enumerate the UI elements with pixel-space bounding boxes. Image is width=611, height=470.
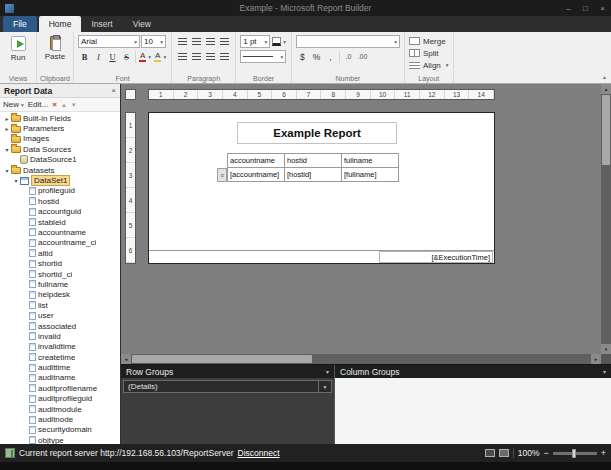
percent-button[interactable]: % [310, 50, 323, 63]
scroll-right-icon[interactable]: ▸ [591, 354, 601, 364]
tree-item-auditmodule[interactable]: auditmodule [0, 404, 120, 414]
tree-item-hostid[interactable]: hostid [0, 196, 120, 206]
run-view-icon[interactable] [499, 449, 509, 457]
horizontal-scrollbar-thumb[interactable] [132, 355, 312, 363]
align-button[interactable]: Align ▾ [409, 59, 449, 71]
decrease-decimals-button[interactable]: .00 [356, 50, 369, 63]
tree-item-shortid-ci[interactable]: shortid_ci [0, 269, 120, 279]
border-color-button[interactable]: ▾ [271, 35, 287, 48]
split-button[interactable]: Split [409, 47, 449, 59]
bold-button[interactable]: B [78, 50, 91, 63]
execution-time-textbox[interactable]: [&ExecutionTime] [379, 251, 493, 263]
font-size-select[interactable]: 10 ▾ [141, 35, 166, 48]
tree-item-helpdesk[interactable]: helpdesk [0, 290, 120, 300]
expand-arrow-icon[interactable]: ▸ [3, 115, 11, 122]
tree-item-stableid[interactable]: stableid [0, 217, 120, 227]
tree-item-list[interactable]: list [0, 300, 120, 310]
align-center-button[interactable] [190, 35, 203, 48]
tree-item-auditprofilename[interactable]: auditprofilename [0, 383, 120, 393]
zoom-slider-thumb[interactable] [572, 449, 576, 458]
close-icon[interactable]: × [594, 0, 611, 16]
numbered-list-button[interactable] [190, 50, 203, 63]
new-button[interactable]: New ▾ [3, 100, 24, 109]
tree-item-images[interactable]: Images [0, 134, 120, 144]
design-surface[interactable]: 1234567891011121314 123456 Example Repor… [121, 84, 611, 364]
horizontal-scrollbar[interactable]: ◂ ▸ [121, 354, 601, 364]
minimize-icon[interactable]: – [560, 0, 577, 16]
vertical-scrollbar-thumb[interactable] [602, 95, 610, 165]
tree-item-auditnode[interactable]: auditnode [0, 414, 120, 424]
decrease-indent-button[interactable] [204, 50, 217, 63]
delete-icon[interactable]: × [52, 100, 57, 109]
comma-button[interactable]: , [324, 50, 337, 63]
zoom-out-icon[interactable]: − [543, 448, 548, 458]
scroll-left-icon[interactable]: ◂ [121, 354, 131, 364]
increase-decimals-button[interactable]: .0 [342, 50, 355, 63]
tree-item-user[interactable]: user [0, 310, 120, 320]
collapse-arrow-icon[interactable]: ▾ [3, 167, 11, 174]
tree-item-associated[interactable]: associated [0, 321, 120, 331]
tree-item-accountname[interactable]: accountname [0, 227, 120, 237]
tab-insert[interactable]: Insert [81, 16, 122, 32]
tablix-header-cell[interactable]: fullname [342, 154, 399, 168]
tree-item-dataset1[interactable]: ▾DataSet1 [0, 175, 120, 185]
tree-item-accountname-ci[interactable]: accountname_ci [0, 238, 120, 248]
maximize-icon[interactable]: □ [577, 0, 594, 16]
tree-item-accountguid[interactable]: accountguid [0, 207, 120, 217]
tree-item-createtime[interactable]: createtime [0, 352, 120, 362]
tree-item-datasource1[interactable]: DataSource1 [0, 155, 120, 165]
merge-button[interactable]: Merge [409, 35, 449, 47]
tree-item-data-sources[interactable]: ▾Data Sources [0, 144, 120, 154]
italic-button[interactable]: I [92, 50, 105, 63]
scroll-up-icon[interactable]: ▴ [601, 84, 611, 94]
strikethrough-button[interactable]: S [120, 50, 133, 63]
increase-indent-button[interactable] [218, 50, 231, 63]
edit-button[interactable]: Edit... [28, 100, 48, 109]
report-canvas[interactable]: Example Report accountnamehostidfullname… [148, 112, 495, 264]
tree-item-fullname[interactable]: fullname [0, 279, 120, 289]
tab-home[interactable]: Home [39, 16, 82, 32]
tree-item-profileguid[interactable]: profileguid [0, 186, 120, 196]
zoom-in-icon[interactable]: + [601, 448, 606, 458]
align-right-button[interactable] [204, 35, 217, 48]
tree-item-invalid[interactable]: invalid [0, 331, 120, 341]
tree-item-parameters[interactable]: ▸Parameters [0, 123, 120, 133]
chevron-down-icon[interactable]: ▾ [603, 368, 606, 375]
tree-item-altid[interactable]: altid [0, 248, 120, 258]
chevron-down-icon[interactable]: ▾ [326, 368, 329, 375]
bullet-list-button[interactable] [176, 50, 189, 63]
report-title-textbox[interactable]: Example Report [237, 122, 397, 144]
font-color-button[interactable]: A▾ [138, 50, 152, 63]
vertical-scrollbar[interactable]: ▴ ▾ [601, 84, 611, 354]
tree-item-auditprofileguid[interactable]: auditprofileguid [0, 394, 120, 404]
tablix-data-cell[interactable]: [hostid] [285, 168, 342, 182]
collapse-ribbon-icon[interactable]: ▴ [603, 73, 606, 80]
close-panel-icon[interactable]: × [111, 86, 116, 95]
tree-item-auditname[interactable]: auditname [0, 373, 120, 383]
move-up-icon[interactable]: ▲ [61, 102, 67, 108]
tree-item-shortid[interactable]: shortid [0, 258, 120, 268]
align-justify-button[interactable] [218, 35, 231, 48]
tree-item-invalidtime[interactable]: invalidtime [0, 342, 120, 352]
tablix-header-cell[interactable]: accountname [228, 154, 285, 168]
expand-arrow-icon[interactable]: ▸ [3, 125, 11, 132]
row-group-item[interactable]: (Details)▾ [123, 380, 332, 393]
scroll-down-icon[interactable]: ▾ [601, 344, 611, 354]
paste-button[interactable]: Paste [41, 35, 69, 61]
collapse-arrow-icon[interactable]: ▾ [12, 177, 20, 184]
page-footer[interactable]: [&ExecutionTime] [149, 250, 494, 263]
underline-button[interactable]: U [106, 50, 119, 63]
tree-item-datasets[interactable]: ▾Datasets [0, 165, 120, 175]
highlight-color-button[interactable]: A▾ [153, 50, 167, 63]
tree-item-securitydomain[interactable]: securitydomain [0, 425, 120, 435]
move-down-icon[interactable]: ▼ [71, 102, 77, 108]
currency-button[interactable]: $ [296, 50, 309, 63]
border-style-select[interactable]: ▾ [240, 50, 286, 63]
tree-item-built-in-fields[interactable]: ▸Built-in Fields [0, 113, 120, 123]
tablix-table[interactable]: accountnamehostidfullname ≡[accountname]… [227, 153, 399, 182]
tree-item-audittime[interactable]: audittime [0, 362, 120, 372]
tab-view[interactable]: View [123, 16, 161, 32]
border-width-select[interactable]: 1 pt ▾ [240, 35, 270, 48]
align-left-button[interactable] [176, 35, 189, 48]
dropdown-arrow-icon[interactable]: ▾ [318, 381, 331, 392]
